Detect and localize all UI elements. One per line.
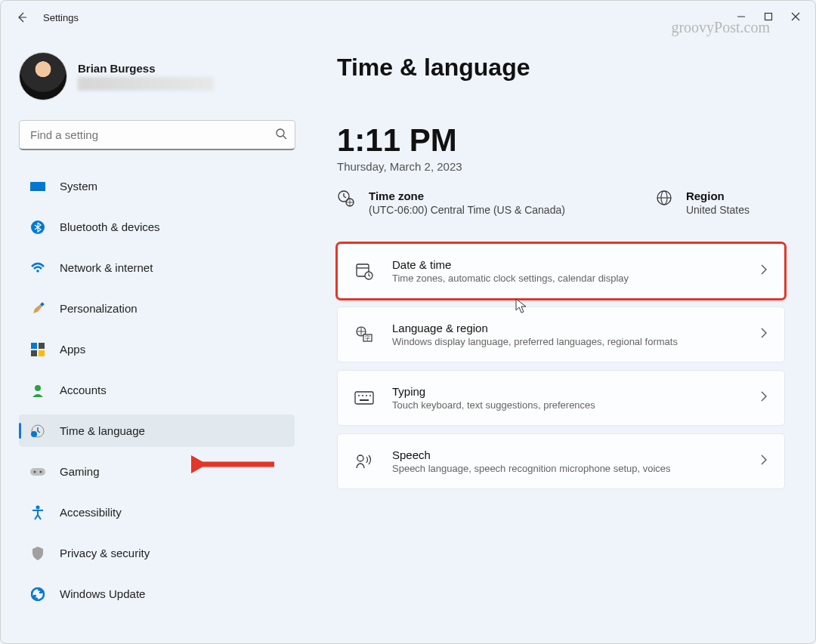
svg-rect-12 — [39, 350, 45, 356]
back-button[interactable] — [7, 11, 37, 23]
update-icon — [29, 586, 46, 602]
svg-rect-1 — [765, 14, 772, 20]
sidebar-item-gaming[interactable]: Gaming — [19, 455, 295, 488]
sidebar-item-accessibility[interactable]: Accessibility — [19, 496, 295, 528]
card-title: Typing — [392, 385, 742, 398]
chevron-right-icon — [760, 328, 768, 341]
person-icon — [29, 382, 46, 399]
sidebar: Brian Burgess System Bluetooth & devices… — [1, 34, 307, 643]
timezone-label: Time zone — [369, 190, 565, 202]
search-box[interactable] — [19, 120, 295, 150]
accessibility-icon — [29, 504, 46, 521]
search-icon — [275, 128, 287, 143]
nav-label: Personalization — [60, 302, 138, 315]
sidebar-item-bluetooth[interactable]: Bluetooth & devices — [19, 211, 295, 243]
keyboard-icon — [354, 391, 374, 405]
timezone-summary[interactable]: Time zone (UTC-06:00) Central Time (US &… — [337, 190, 565, 216]
nav-label: Privacy & security — [60, 547, 150, 559]
sidebar-item-windows-update[interactable]: Windows Update — [19, 578, 295, 610]
svg-text:字: 字 — [365, 335, 370, 340]
window-title: Settings — [43, 12, 79, 23]
sidebar-item-privacy[interactable]: Privacy & security — [19, 537, 295, 569]
profile[interactable]: Brian Burgess — [19, 52, 295, 100]
card-speech[interactable]: Speech Speech language, speech recogniti… — [337, 433, 785, 489]
sidebar-item-apps[interactable]: Apps — [19, 333, 295, 365]
maximize-button[interactable] — [764, 11, 773, 24]
timezone-icon — [337, 190, 355, 211]
nav-label: Windows Update — [60, 587, 145, 600]
avatar — [19, 52, 67, 100]
date: Thursday, March 2, 2023 — [337, 160, 785, 173]
nav-label: Network & internet — [60, 261, 153, 274]
card-subtitle: Speech language, speech recognition micr… — [392, 463, 742, 474]
speech-icon — [354, 453, 374, 470]
system-icon — [29, 178, 46, 195]
card-subtitle: Windows display language, preferred lang… — [392, 336, 742, 347]
profile-email-blurred — [78, 77, 214, 91]
wifi-icon — [29, 260, 46, 276]
card-title: Language & region — [392, 322, 742, 334]
card-subtitle: Touch keyboard, text suggestions, prefer… — [392, 399, 742, 411]
nav-label: Apps — [60, 343, 85, 356]
paintbrush-icon — [29, 300, 46, 317]
timezone-value: (UTC-06:00) Central Time (US & Canada) — [369, 204, 565, 216]
svg-point-15 — [31, 431, 37, 437]
card-title: Speech — [392, 448, 742, 461]
svg-rect-32 — [355, 392, 373, 404]
clock: 1:11 PM — [337, 122, 785, 159]
sidebar-item-network[interactable]: Network & internet — [19, 251, 295, 284]
svg-point-34 — [362, 395, 363, 396]
svg-point-33 — [358, 395, 360, 396]
page-title: Time & language — [337, 54, 785, 82]
svg-point-36 — [369, 395, 371, 396]
region-label: Region — [686, 190, 750, 202]
clock-globe-icon — [29, 423, 46, 439]
svg-point-2 — [277, 129, 284, 137]
globe-icon — [656, 190, 672, 209]
svg-point-17 — [34, 470, 36, 473]
chevron-right-icon — [760, 391, 768, 405]
sidebar-item-personalization[interactable]: Personalization — [19, 292, 295, 325]
chevron-right-icon — [760, 454, 768, 468]
svg-point-7 — [36, 270, 39, 273]
svg-point-38 — [357, 455, 363, 461]
svg-point-35 — [366, 395, 367, 396]
shield-icon — [29, 545, 46, 562]
minimize-button[interactable] — [737, 11, 746, 24]
profile-name: Brian Burgess — [78, 62, 214, 75]
language-icon: 字 — [354, 325, 374, 344]
calendar-clock-icon — [354, 262, 374, 280]
nav-label: Bluetooth & devices — [60, 220, 160, 233]
chevron-right-icon — [760, 264, 768, 278]
bluetooth-icon — [29, 219, 46, 236]
svg-rect-5 — [30, 189, 45, 191]
svg-rect-11 — [31, 350, 37, 356]
search-input[interactable] — [30, 128, 275, 141]
region-value: United States — [686, 204, 750, 216]
apps-icon — [29, 341, 46, 358]
titlebar: Settings — [1, 1, 815, 34]
nav-list: System Bluetooth & devices Network & int… — [19, 170, 295, 610]
card-language-region[interactable]: 字 Language & region Windows display lang… — [337, 307, 785, 362]
gamepad-icon — [29, 464, 46, 480]
close-button[interactable] — [791, 11, 800, 24]
svg-rect-9 — [31, 343, 37, 349]
sidebar-item-time-language[interactable]: Time & language — [19, 414, 295, 447]
nav-label: Accessibility — [60, 506, 122, 519]
region-summary[interactable]: Region United States — [656, 190, 750, 216]
card-date-time[interactable]: Date & time Time zones, automatic clock … — [337, 243, 785, 299]
nav-label: System — [60, 180, 97, 193]
nav-label: Time & language — [60, 424, 145, 437]
nav-label: Gaming — [60, 465, 100, 478]
svg-point-18 — [40, 470, 42, 473]
svg-point-13 — [35, 385, 41, 391]
sidebar-item-system[interactable]: System — [19, 170, 295, 202]
card-title: Date & time — [392, 258, 742, 271]
nav-label: Accounts — [60, 384, 107, 396]
card-typing[interactable]: Typing Touch keyboard, text suggestions,… — [337, 370, 785, 426]
svg-rect-10 — [39, 343, 45, 349]
svg-point-19 — [36, 505, 40, 509]
sidebar-item-accounts[interactable]: Accounts — [19, 374, 295, 406]
svg-rect-37 — [360, 399, 369, 401]
svg-line-3 — [283, 136, 286, 139]
